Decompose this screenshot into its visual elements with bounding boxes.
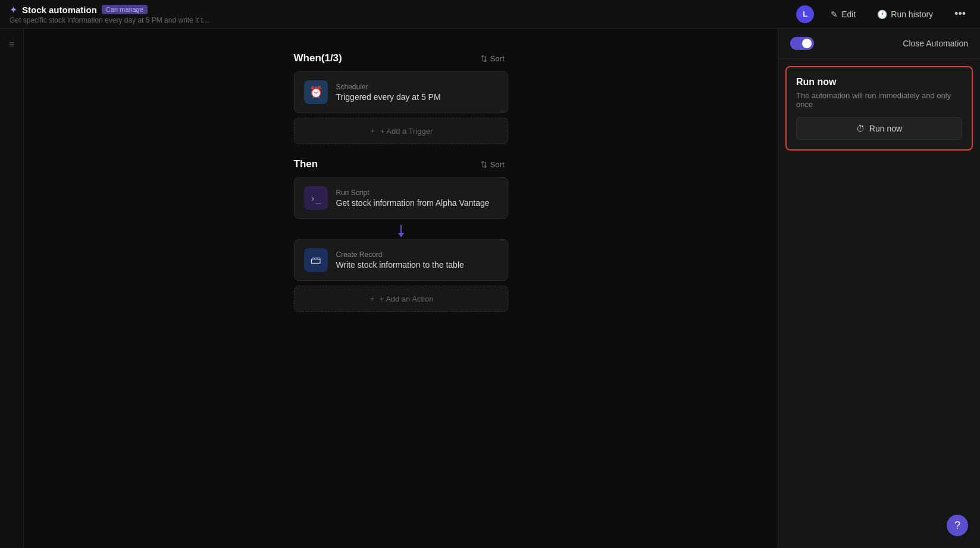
run-script-card[interactable]: ›_ Run Script Get stock information from… bbox=[294, 177, 508, 219]
header: ✦ Stock automation Can manage Get specif… bbox=[0, 0, 980, 29]
run-now-title: Run now bbox=[796, 77, 962, 87]
header-left: ✦ Stock automation Can manage Get specif… bbox=[10, 4, 209, 24]
header-title-row: ✦ Stock automation Can manage bbox=[10, 4, 209, 15]
avatar[interactable]: L bbox=[796, 5, 814, 23]
sidebar: ≡ bbox=[0, 29, 24, 548]
when-sort-label: Sort bbox=[490, 54, 505, 63]
run-script-value: Get stock information from Alpha Vantage bbox=[336, 198, 490, 208]
run-script-card-text: Run Script Get stock information from Al… bbox=[336, 189, 490, 208]
create-record-card[interactable]: 🗃 Create Record Write stock information … bbox=[294, 239, 508, 281]
run-script-icon: ›_ bbox=[304, 186, 328, 210]
when-section-header: When(1/3) ⇅ Sort bbox=[294, 52, 508, 64]
run-history-label: Run history bbox=[891, 10, 933, 19]
edit-button[interactable]: ✎ Edit bbox=[826, 7, 860, 21]
scheduler-label: Scheduler bbox=[336, 83, 441, 91]
toggle-slider bbox=[790, 37, 814, 50]
create-record-card-text: Create Record Write stock information to… bbox=[336, 250, 464, 270]
scheduler-card[interactable]: ⏰ Scheduler Triggered every day at 5 PM bbox=[294, 71, 508, 113]
add-trigger-button[interactable]: ＋ + Add a Trigger bbox=[294, 118, 508, 144]
then-section-header: Then ⇅ Sort bbox=[294, 158, 508, 170]
add-action-button[interactable]: ＋ + Add an Action bbox=[294, 286, 508, 312]
then-sort-label: Sort bbox=[490, 160, 505, 169]
edit-label: Edit bbox=[841, 10, 856, 19]
run-now-button-label: Run now bbox=[869, 124, 902, 133]
when-sort-button[interactable]: ⇅ Sort bbox=[477, 53, 508, 64]
run-history-button[interactable]: 🕐 Run history bbox=[872, 7, 938, 21]
main-canvas: When(1/3) ⇅ Sort ⏰ Scheduler Triggered e… bbox=[24, 29, 778, 548]
right-panel: Close Automation Run now The automation … bbox=[778, 29, 980, 548]
more-button[interactable]: ••• bbox=[950, 5, 970, 23]
then-sort-button[interactable]: ⇅ Sort bbox=[477, 159, 508, 170]
add-action-label: + Add an Action bbox=[380, 295, 434, 303]
run-script-label: Run Script bbox=[336, 189, 490, 197]
connector bbox=[294, 224, 508, 238]
header-right: L ✎ Edit 🕐 Run history ••• bbox=[796, 5, 970, 23]
when-section-title: When(1/3) bbox=[294, 52, 342, 64]
connector-line bbox=[400, 225, 402, 234]
create-record-value: Write stock information to the table bbox=[336, 260, 464, 270]
sidebar-menu-icon[interactable]: ≡ bbox=[5, 36, 18, 54]
header-subtitle: Get specific stock information every day… bbox=[10, 16, 209, 24]
help-icon: ? bbox=[954, 519, 960, 532]
then-section-title: Then bbox=[294, 158, 318, 170]
add-trigger-plus-icon: ＋ bbox=[369, 126, 377, 136]
automation-title: Stock automation bbox=[22, 5, 97, 15]
floating-help-button[interactable]: ? bbox=[947, 515, 968, 536]
edit-icon: ✎ bbox=[831, 10, 838, 19]
when-section: When(1/3) ⇅ Sort ⏰ Scheduler Triggered e… bbox=[294, 52, 508, 144]
run-now-description: The automation will run immediately and … bbox=[796, 91, 962, 109]
create-record-label: Create Record bbox=[336, 250, 464, 259]
add-action-plus-icon: ＋ bbox=[368, 293, 376, 304]
close-automation-toggle[interactable] bbox=[790, 37, 814, 50]
create-record-icon: 🗃 bbox=[304, 248, 328, 272]
scheduler-icon: ⏰ bbox=[304, 80, 328, 104]
can-manage-badge: Can manage bbox=[102, 5, 148, 14]
run-now-button[interactable]: ⏱ Run now bbox=[796, 117, 962, 140]
then-sort-icon: ⇅ bbox=[481, 160, 487, 169]
close-automation-row: Close Automation bbox=[778, 29, 980, 59]
run-now-clock-icon: ⏱ bbox=[856, 124, 865, 133]
close-automation-label: Close Automation bbox=[903, 39, 968, 48]
then-section: Then ⇅ Sort ›_ Run Script Get stock info… bbox=[294, 158, 508, 312]
scheduler-value: Triggered every day at 5 PM bbox=[336, 92, 441, 102]
automation-icon: ✦ bbox=[10, 4, 17, 15]
sort-icon: ⇅ bbox=[481, 54, 487, 63]
clock-icon: 🕐 bbox=[877, 10, 887, 19]
add-trigger-label: + Add a Trigger bbox=[380, 127, 433, 136]
scheduler-card-text: Scheduler Triggered every day at 5 PM bbox=[336, 83, 441, 102]
run-now-section: Run now The automation will run immediat… bbox=[785, 66, 973, 151]
